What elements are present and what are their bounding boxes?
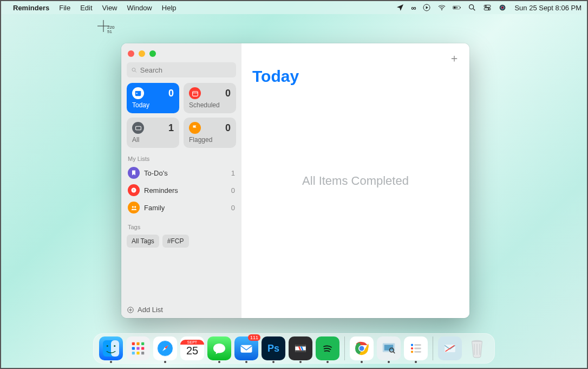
svg-rect-34 (132, 352, 135, 354)
spotlight-icon[interactable] (468, 3, 476, 12)
wifi-icon[interactable] (437, 3, 446, 12)
location-icon[interactable] (396, 3, 404, 12)
list-item[interactable]: ! Reminders 0 (127, 182, 236, 199)
svg-point-54 (411, 351, 413, 353)
menu-window[interactable]: Window (127, 4, 152, 12)
svg-rect-48 (384, 345, 394, 351)
list-item[interactable]: Family 0 (127, 199, 236, 216)
dock-app-calendar[interactable]: SEPT25 (180, 336, 204, 360)
dock: SEPT25 111 Ps (93, 333, 495, 364)
list-count: 1 (231, 169, 235, 177)
svg-rect-18 (135, 126, 141, 130)
smart-list-all[interactable]: 1 All (127, 118, 179, 148)
add-reminder-button[interactable]: ＋ (449, 51, 460, 66)
window-controls (127, 49, 236, 62)
svg-rect-8 (484, 8, 491, 10)
dock-app-reminders[interactable] (404, 336, 428, 360)
svg-rect-31 (132, 347, 135, 349)
smart-list-today[interactable]: 0 Today (127, 83, 179, 113)
list-item[interactable]: To-Do's 1 (127, 164, 236, 182)
menu-edit[interactable]: Edit (80, 4, 92, 12)
flagged-label: Flagged (189, 136, 231, 144)
svg-rect-17 (192, 91, 198, 96)
add-list-button[interactable]: Add List (127, 301, 236, 314)
close-button[interactable] (128, 50, 134, 57)
dock-item-document[interactable] (438, 336, 462, 360)
svg-rect-39 (241, 345, 252, 353)
flagged-count: 0 (225, 122, 231, 134)
plus-circle-icon (127, 306, 134, 314)
siri-icon[interactable] (498, 3, 507, 12)
my-lists-header: My Lists (128, 156, 235, 162)
all-label: All (132, 136, 174, 144)
svg-rect-32 (136, 347, 139, 349)
svg-rect-4 (454, 7, 456, 8)
dock-separator (433, 336, 433, 360)
svg-point-52 (411, 347, 413, 349)
today-count: 0 (168, 88, 174, 99)
tag-chip[interactable]: #FCP (162, 235, 189, 248)
search-input[interactable] (140, 66, 232, 74)
dock-app-messages[interactable] (207, 336, 231, 360)
battery-icon[interactable] (453, 3, 461, 12)
svg-point-13 (132, 68, 135, 71)
app-menu[interactable]: Reminders (13, 4, 49, 12)
dock-app-photoshop[interactable]: Ps (262, 336, 285, 360)
svg-point-1 (441, 9, 442, 10)
infinity-icon[interactable]: ∞ (411, 4, 416, 12)
svg-point-21 (132, 206, 133, 208)
dock-app-launchpad[interactable] (126, 336, 150, 360)
dock-app-finder[interactable] (99, 336, 123, 360)
reminders-window: 0 Today 0 Scheduled (121, 43, 469, 318)
mail-badge: 111 (248, 334, 260, 341)
search-field[interactable] (127, 62, 236, 77)
tag-chip-all[interactable]: All Tags (127, 235, 159, 248)
menu-help[interactable]: Help (162, 4, 177, 12)
list-count: 0 (231, 204, 235, 212)
svg-rect-55 (414, 351, 421, 353)
svg-rect-3 (460, 7, 461, 8)
svg-rect-53 (414, 348, 421, 349)
svg-rect-29 (136, 342, 139, 345)
smart-list-flagged[interactable]: 0 Flagged (184, 118, 236, 148)
svg-rect-30 (141, 342, 144, 345)
svg-point-9 (488, 8, 490, 10)
dock-app-spotify[interactable] (316, 336, 339, 360)
menu-file[interactable]: File (59, 4, 70, 12)
dock-separator (344, 336, 345, 360)
menu-view[interactable]: View (102, 4, 117, 12)
minimize-button[interactable] (139, 50, 145, 57)
list-name: Family (144, 204, 231, 212)
svg-rect-25 (111, 340, 119, 357)
play-icon[interactable] (422, 3, 431, 12)
dock-app-chrome[interactable] (350, 336, 374, 360)
svg-rect-15 (135, 91, 141, 92)
zoom-button[interactable] (149, 50, 156, 57)
clock[interactable]: Sun 25 Sept 8:06 PM (514, 4, 582, 12)
add-list-label: Add List (138, 306, 163, 314)
list-name: Reminders (144, 186, 231, 195)
menubar: Reminders File Edit View Window Help ∞ S… (1, 1, 587, 14)
svg-point-27 (114, 345, 115, 347)
svg-rect-42 (295, 351, 306, 353)
calendar-day: 25 (186, 345, 198, 357)
svg-rect-16 (136, 93, 138, 94)
flagged-icon (189, 122, 201, 134)
list-icon (128, 167, 140, 179)
desktop: Reminders File Edit View Window Help ∞ S… (0, 0, 588, 369)
svg-text:!: ! (133, 189, 134, 192)
screenshot-crosshair-cursor: 22051 (97, 20, 109, 35)
all-count: 1 (168, 122, 174, 134)
svg-rect-28 (132, 342, 135, 345)
dock-app-preview[interactable] (377, 336, 401, 360)
dock-app-mail[interactable]: 111 (234, 336, 258, 360)
control-center-icon[interactable] (483, 3, 492, 12)
dock-app-final-cut[interactable] (289, 336, 312, 360)
dock-trash[interactable] (465, 336, 489, 360)
smart-list-scheduled[interactable]: 0 Scheduled (184, 83, 236, 113)
svg-rect-41 (295, 345, 306, 347)
svg-point-7 (485, 5, 487, 7)
scheduled-label: Scheduled (189, 101, 231, 109)
dock-app-safari[interactable] (153, 336, 177, 360)
all-icon (132, 122, 144, 134)
